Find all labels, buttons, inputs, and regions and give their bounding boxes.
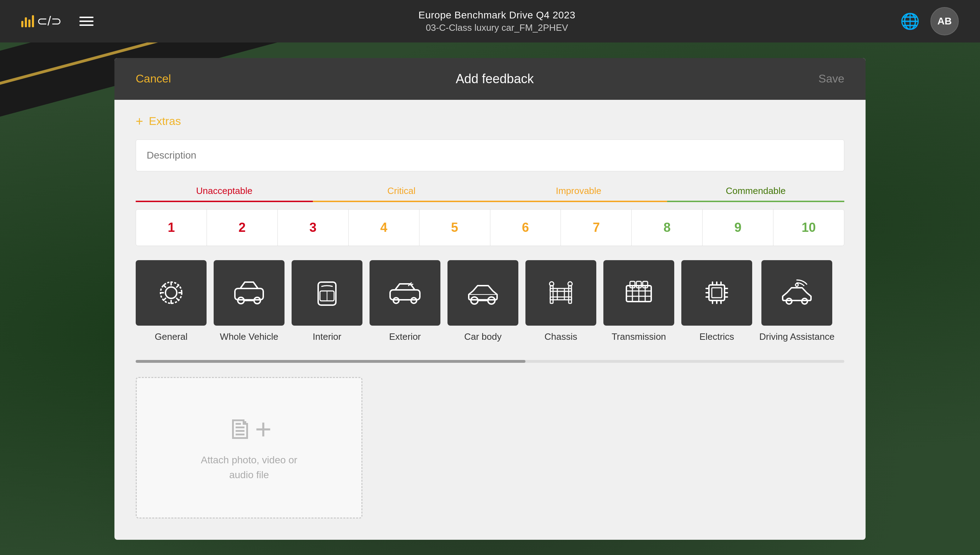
rating-tabs: Unacceptable Critical Improvable Commend… [136,186,844,202]
rating-numbers: 1 2 3 4 5 6 7 8 9 10 [136,209,844,246]
categories-list: General Whole Vehicle [136,260,844,346]
svg-point-0 [166,287,177,298]
add-feedback-modal: Cancel Add feedback Save + Extras Unacce… [114,58,866,540]
transmission-icon-box [603,260,674,326]
nav-right: 🌐 AB [900,7,959,35]
chassis-icon [543,275,579,310]
category-transmission[interactable]: Transmission [603,260,674,342]
save-button[interactable]: Save [818,72,844,85]
category-chassis[interactable]: Chassis [525,260,596,342]
category-interior[interactable]: Interior [291,260,362,342]
interior-icon [309,275,345,310]
exterior-icon [387,275,423,310]
scroll-thumb [136,360,525,363]
project-subtitle: 03-C-Class luxury car_FM_2PHEV [418,22,575,33]
project-title: Europe Benchmark Drive Q4 2023 [418,10,575,21]
category-exterior[interactable]: Exterior [370,260,440,342]
nav-left: ⊂/⊃ [21,14,93,29]
category-electrics[interactable]: Electrics [681,260,752,342]
category-general[interactable]: General [136,260,206,342]
attach-label: Attach photo, video oraudio file [201,453,297,483]
svg-point-49 [795,284,798,286]
gear-icon [153,275,189,310]
car-body-label: Car body [464,331,502,342]
rating-4[interactable]: 4 [349,210,420,245]
description-input[interactable] [136,140,844,171]
tab-commendable[interactable]: Commendable [667,186,844,202]
car-radar-icon [779,275,814,310]
extras-row: + Extras [136,114,844,129]
rating-6[interactable]: 6 [490,210,561,245]
svg-rect-34 [712,288,722,298]
scroll-indicator[interactable] [136,360,844,363]
modal-title: Add feedback [455,72,534,87]
chassis-label: Chassis [545,331,577,342]
category-driving-assistance[interactable]: Driving Assistance [759,260,834,342]
attach-file-icon: 🗎+ [227,413,272,446]
logo-text: ⊂/⊃ [37,14,62,29]
logo: ⊂/⊃ [21,14,62,29]
transmission-icon [621,275,657,310]
tab-improvable[interactable]: Improvable [490,186,667,202]
car-body-icon [465,275,500,310]
transmission-label: Transmission [611,331,666,342]
rating-9[interactable]: 9 [703,210,774,245]
electrics-label: Electrics [699,331,734,342]
electrics-icon-box [681,260,752,326]
driving-assistance-label: Driving Assistance [759,331,834,342]
chip-icon [699,275,734,310]
general-label: General [155,331,188,342]
extras-plus-icon: + [136,114,143,129]
exterior-label: Exterior [389,331,421,342]
whole-vehicle-icon-box [214,260,285,326]
rating-8[interactable]: 8 [632,210,703,245]
category-whole-vehicle[interactable]: Whole Vehicle [214,260,285,342]
general-icon-box [136,260,206,326]
rating-3[interactable]: 3 [278,210,349,245]
top-navigation: ⊂/⊃ Europe Benchmark Drive Q4 2023 03-C-… [0,0,980,42]
car-body-icon-box [447,260,518,326]
cancel-button[interactable]: Cancel [136,72,171,85]
driving-assistance-icon-box [761,260,832,326]
avatar[interactable]: AB [930,7,959,35]
extras-label: Extras [149,115,181,128]
rating-5[interactable]: 5 [420,210,490,245]
attach-area[interactable]: 🗎+ Attach photo, video oraudio file [136,377,362,518]
modal-header: Cancel Add feedback Save [114,58,866,100]
modal-overlay: Cancel Add feedback Save + Extras Unacce… [0,42,980,555]
logo-bars [21,15,34,27]
modal-body: + Extras Unacceptable Critical Improvabl… [114,100,866,540]
rating-2[interactable]: 2 [207,210,278,245]
rating-10[interactable]: 10 [774,210,844,245]
category-car-body[interactable]: Car body [447,260,518,342]
interior-label: Interior [313,331,341,342]
rating-7[interactable]: 7 [561,210,632,245]
rating-1[interactable]: 1 [136,210,207,245]
nav-center: Europe Benchmark Drive Q4 2023 03-C-Clas… [418,10,575,33]
exterior-icon-box [370,260,440,326]
globe-icon[interactable]: 🌐 [900,12,920,30]
whole-vehicle-icon [231,275,267,310]
chassis-icon-box [525,260,596,326]
whole-vehicle-label: Whole Vehicle [220,331,278,342]
tab-critical[interactable]: Critical [313,186,490,202]
interior-icon-box [291,260,362,326]
tab-unacceptable[interactable]: Unacceptable [136,186,313,202]
hamburger-menu-button[interactable] [79,17,93,26]
